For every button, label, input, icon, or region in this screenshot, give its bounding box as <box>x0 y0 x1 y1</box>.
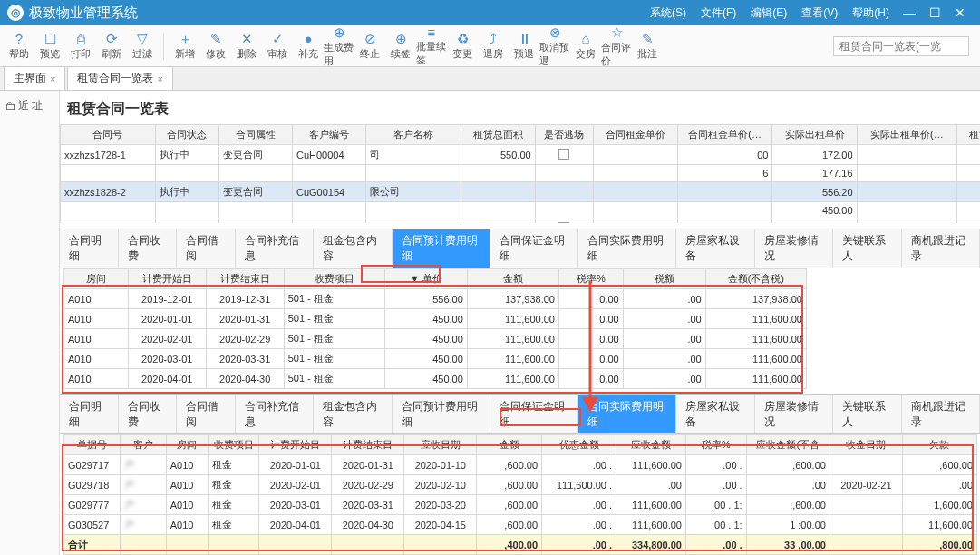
col-header[interactable]: 应收日期 <box>404 435 477 455</box>
col-header[interactable]: 税率% <box>685 435 746 455</box>
close-button[interactable]: ✕ <box>947 5 973 20</box>
table-row[interactable]: A0102020-02-012020-02-29501 - 租金450.0011… <box>64 329 807 349</box>
table-row[interactable]: G030527户A010租金2020-04-012020-04-302020-0… <box>64 515 977 535</box>
table-row[interactable]: G029718户A010租金2020-02-012020-02-292020-0… <box>64 475 977 495</box>
col-header[interactable]: 房间 <box>166 435 208 455</box>
col-header[interactable]: 优惠金额 <box>542 435 616 455</box>
toolbar-审核[interactable]: ✓审核 <box>262 28 293 64</box>
col-header[interactable]: 欠款 <box>902 435 976 455</box>
table-row[interactable]: A0102020-04-012020-04-30501 - 租金450.0011… <box>64 369 807 389</box>
toolbar-修改[interactable]: ✎修改 <box>200 28 231 64</box>
toolbar-预览[interactable]: ☐预览 <box>34 28 65 64</box>
sidebar-item[interactable]: 🗀近 址 <box>2 94 57 117</box>
act-tab-8[interactable]: 房屋家私设备 <box>676 395 754 433</box>
col-header[interactable]: 金额 <box>477 435 542 455</box>
act-tab-3[interactable]: 合同补充信息 <box>236 395 314 433</box>
act-tab-2[interactable]: 合同借阅 <box>177 395 236 433</box>
act-tab-0[interactable]: 合同明细 <box>60 395 119 433</box>
est-tab-1[interactable]: 合同收费 <box>119 229 178 268</box>
col-header[interactable]: 金额 <box>467 269 558 289</box>
est-tab-2[interactable]: 合同借阅 <box>177 229 236 268</box>
toolbar-补充[interactable]: ●补充 <box>293 28 324 64</box>
act-tab-9[interactable]: 房屋装修情况 <box>755 395 833 433</box>
col-header[interactable]: 金额(不含税) <box>705 269 806 289</box>
search-input[interactable] <box>833 36 969 56</box>
col-header[interactable]: 客户名称 <box>366 125 461 145</box>
col-header[interactable]: 收金日期 <box>830 435 902 455</box>
table-row[interactable]: 248.00556.20248 <box>61 219 981 224</box>
table-row[interactable]: xxzhzs1728-1执行中变更合同CuH00004 司550.0000172… <box>61 145 981 165</box>
est-tab-11[interactable]: 商机跟进记录 <box>902 229 980 268</box>
act-tab-11[interactable]: 商机跟进记录 <box>902 395 980 433</box>
checkbox[interactable] <box>558 149 569 160</box>
act-tab-4[interactable]: 租金包含内容 <box>314 395 392 433</box>
col-header[interactable]: 租赁面积 <box>957 125 980 145</box>
est-tab-3[interactable]: 合同补充信息 <box>236 229 314 268</box>
menu-file[interactable]: 文件(F) <box>701 5 736 21</box>
toolbar-打印[interactable]: ⎙打印 <box>65 28 96 64</box>
toolbar-帮助[interactable]: ?帮助 <box>4 28 34 64</box>
col-header[interactable]: 客户编号 <box>293 125 366 145</box>
minimize-button[interactable]: — <box>897 5 922 20</box>
col-header[interactable]: 税额 <box>623 269 705 289</box>
col-header[interactable]: 计费结束日 <box>206 269 284 289</box>
menu-help[interactable]: 帮助(H) <box>852 5 889 21</box>
act-tab-7[interactable]: 合同实际费用明细 <box>578 395 676 433</box>
col-header[interactable]: 实际出租单价 <box>772 125 857 145</box>
toolbar-刷新[interactable]: ⟳刷新 <box>96 28 127 64</box>
menu-view[interactable]: 查看(V) <box>801 5 838 21</box>
toolbar-变更[interactable]: ♻变更 <box>447 28 478 64</box>
act-tab-10[interactable]: 关键联系人 <box>833 395 902 433</box>
act-tab-6[interactable]: 合同保证金明细 <box>490 395 578 433</box>
col-header[interactable]: 合同租金单价 <box>593 125 677 145</box>
toolbar-生成费用[interactable]: ⊕生成费用 <box>324 28 354 64</box>
checkbox[interactable] <box>558 222 569 223</box>
toolbar-交房[interactable]: ⌂交房 <box>570 28 601 64</box>
maximize-button[interactable]: ☐ <box>922 5 947 20</box>
table-row[interactable]: 6177.16550 <box>61 165 981 182</box>
detail-table-estimate[interactable]: 房间计费开始日计费结束日收费项目▼ 单价金额税率%税额金额(不含税) A0102… <box>63 268 807 389</box>
toolbar-批量续签[interactable]: ≡批量续签 <box>416 28 447 64</box>
table-row[interactable]: A0102019-12-012019-12-31501 - 租金556.0013… <box>64 289 807 309</box>
col-header[interactable]: 合同属性 <box>218 125 292 145</box>
main-table[interactable]: 合同号合同状态合同属性客户编号客户名称租赁总面积是否逃场合同租金单价合同租金单价… <box>60 124 980 223</box>
toolbar-过滤[interactable]: ▽过滤 <box>127 28 158 64</box>
menu-edit[interactable]: 编辑(E) <box>751 5 787 21</box>
est-tab-10[interactable]: 关键联系人 <box>833 229 902 268</box>
toolbar-批注[interactable]: ✎批注 <box>632 28 663 64</box>
col-header[interactable]: 税率% <box>558 269 623 289</box>
menu-system[interactable]: 系统(S) <box>650 5 686 21</box>
est-tab-4[interactable]: 租金包含内容 <box>314 229 392 268</box>
table-row[interactable]: 450.00248 <box>61 202 981 219</box>
close-icon[interactable]: × <box>157 73 162 84</box>
col-header[interactable]: 应收金额 <box>616 435 686 455</box>
toolbar-删除[interactable]: ✕删除 <box>231 28 262 64</box>
toolbar-退房[interactable]: ⤴退房 <box>478 28 509 64</box>
col-header[interactable]: 合同号 <box>61 125 156 145</box>
col-header[interactable]: 房间 <box>64 269 129 289</box>
toolbar-续签[interactable]: ⊕续签 <box>385 28 416 64</box>
est-tab-8[interactable]: 房屋家私设备 <box>676 229 754 268</box>
act-tab-1[interactable]: 合同收费 <box>119 395 178 433</box>
col-header[interactable]: 合同租金单价(… <box>677 125 772 145</box>
col-header[interactable]: 应收金额(不含 <box>746 435 830 455</box>
est-tab-6[interactable]: 合同保证金明细 <box>490 229 578 268</box>
est-tab-0[interactable]: 合同明细 <box>60 229 119 268</box>
col-header[interactable]: 收费项目 <box>284 269 384 289</box>
col-header[interactable]: 计费开始日 <box>259 435 332 455</box>
close-icon[interactable]: × <box>50 73 55 84</box>
est-tab-7[interactable]: 合同实际费用明细 <box>578 229 676 268</box>
detail-table-actual[interactable]: 单据号客户房间收费项目计费开始日计费结束日应收日期金额优惠金额应收金额税率%应收… <box>63 434 977 555</box>
col-header[interactable]: 单据号 <box>64 435 121 455</box>
col-header[interactable]: ▼ 单价 <box>384 269 467 289</box>
table-row[interactable]: xxzhzs1828-2执行中变更合同CuG00154限公司556.20248 <box>61 182 981 202</box>
toolbar-取消预退[interactable]: ⊗取消预退 <box>539 28 570 64</box>
col-header[interactable]: 实际出租单价(… <box>857 125 957 145</box>
col-header[interactable]: 合同状态 <box>155 125 218 145</box>
est-tab-5[interactable]: 合同预计费用明细 <box>393 229 490 268</box>
col-header[interactable]: 计费结束日 <box>332 435 404 455</box>
toolbar-预退[interactable]: ⏸预退 <box>509 28 539 64</box>
col-header[interactable]: 收费项目 <box>208 435 258 455</box>
tab-main[interactable]: 主界面× <box>4 66 65 90</box>
est-tab-9[interactable]: 房屋装修情况 <box>755 229 833 268</box>
